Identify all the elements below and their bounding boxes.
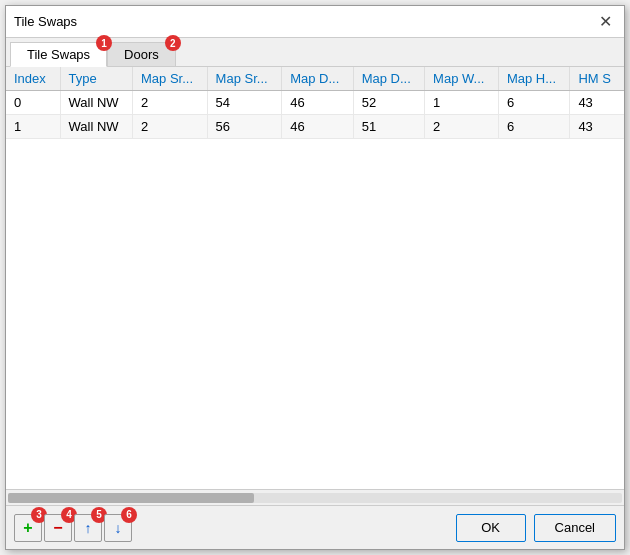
- tile-swaps-window: Tile Swaps ✕ Tile Swaps 1 Doors 2 Index …: [5, 5, 625, 550]
- col-hm-s[interactable]: HM S: [570, 67, 624, 91]
- move-down-badge: 6: [121, 507, 137, 523]
- col-map-d-x[interactable]: Map D...: [282, 67, 353, 91]
- cell-map_d_y: 52: [353, 91, 424, 115]
- col-index[interactable]: Index: [6, 67, 60, 91]
- tab-tile-swaps-badge: 1: [96, 35, 112, 51]
- col-type[interactable]: Type: [60, 67, 132, 91]
- cell-map_w: 1: [425, 91, 499, 115]
- cell-index: 1: [6, 115, 60, 139]
- window-title: Tile Swaps: [14, 14, 77, 29]
- add-button[interactable]: + 3: [14, 514, 42, 542]
- cancel-button[interactable]: Cancel: [534, 514, 616, 542]
- ok-button[interactable]: OK: [456, 514, 526, 542]
- cell-map_h: 6: [498, 115, 569, 139]
- main-content: Index Type Map Sr... Map Sr... Map D... …: [6, 67, 624, 505]
- cell-index: 0: [6, 91, 60, 115]
- col-map-sr-x[interactable]: Map Sr...: [133, 67, 208, 91]
- title-bar-left: Tile Swaps: [14, 14, 77, 29]
- table-row[interactable]: 1Wall NW25646512643: [6, 115, 624, 139]
- cell-map_sr_y: 56: [207, 115, 282, 139]
- cell-type: Wall NW: [60, 115, 132, 139]
- remove-icon: −: [53, 519, 62, 537]
- scrollbar-track[interactable]: [8, 493, 622, 503]
- cell-map_d_x: 46: [282, 91, 353, 115]
- footer-action-buttons: + 3 − 4 ↑ 5 ↓ 6: [14, 514, 132, 542]
- tab-doors-label: Doors: [124, 47, 159, 62]
- remove-button[interactable]: − 4: [44, 514, 72, 542]
- title-bar: Tile Swaps ✕: [6, 6, 624, 38]
- cell-map_w: 2: [425, 115, 499, 139]
- col-map-sr-y[interactable]: Map Sr...: [207, 67, 282, 91]
- cell-map_d_x: 46: [282, 115, 353, 139]
- cell-map_sr_y: 54: [207, 91, 282, 115]
- cell-map_sr_x: 2: [133, 91, 208, 115]
- move-down-icon: ↓: [115, 520, 122, 536]
- cell-hm_s: 43: [570, 115, 624, 139]
- dialog-buttons: OK Cancel: [456, 514, 616, 542]
- tab-doors[interactable]: Doors 2: [107, 42, 176, 66]
- footer: + 3 − 4 ↑ 5 ↓ 6 OK Cancel: [6, 505, 624, 549]
- cell-map_d_y: 51: [353, 115, 424, 139]
- close-button[interactable]: ✕: [594, 11, 616, 33]
- cell-map_h: 6: [498, 91, 569, 115]
- col-map-d-y[interactable]: Map D...: [353, 67, 424, 91]
- col-map-h[interactable]: Map H...: [498, 67, 569, 91]
- data-table: Index Type Map Sr... Map Sr... Map D... …: [6, 67, 624, 139]
- scrollbar-thumb[interactable]: [8, 493, 254, 503]
- cell-map_sr_x: 2: [133, 115, 208, 139]
- cell-type: Wall NW: [60, 91, 132, 115]
- tab-tile-swaps[interactable]: Tile Swaps 1: [10, 42, 107, 67]
- table-row[interactable]: 0Wall NW25446521643: [6, 91, 624, 115]
- table-header-row: Index Type Map Sr... Map Sr... Map D... …: [6, 67, 624, 91]
- horizontal-scrollbar[interactable]: [6, 489, 624, 505]
- tab-doors-badge: 2: [165, 35, 181, 51]
- move-up-button[interactable]: ↑ 5: [74, 514, 102, 542]
- col-map-w[interactable]: Map W...: [425, 67, 499, 91]
- move-up-icon: ↑: [85, 520, 92, 536]
- table-container[interactable]: Index Type Map Sr... Map Sr... Map D... …: [6, 67, 624, 489]
- tab-tile-swaps-label: Tile Swaps: [27, 47, 90, 62]
- cell-hm_s: 43: [570, 91, 624, 115]
- add-icon: +: [23, 519, 32, 537]
- move-down-button[interactable]: ↓ 6: [104, 514, 132, 542]
- tab-bar: Tile Swaps 1 Doors 2: [6, 38, 624, 67]
